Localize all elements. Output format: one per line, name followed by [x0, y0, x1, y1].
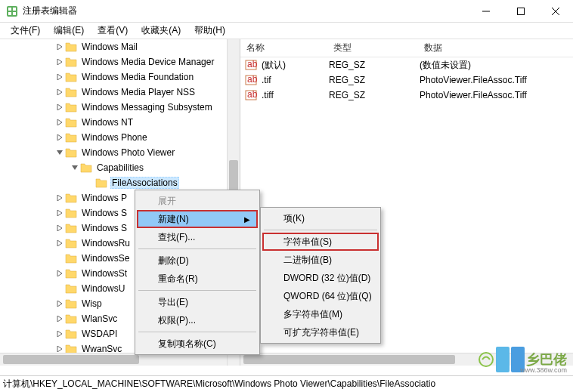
watermark-swirl-icon	[478, 351, 494, 368]
ctx-rename[interactable]: 重命名(R)	[137, 270, 258, 288]
cell-name: .tiff	[260, 90, 327, 100]
tree-item-label: WindowsSe	[80, 252, 131, 264]
folder-icon	[65, 102, 77, 113]
ctx-new-dword[interactable]: DWORD (32 位)值(D)	[262, 269, 379, 287]
window-title: 注册表编辑器	[23, 5, 469, 17]
menu-favorites[interactable]: 收藏夹(A)	[135, 23, 187, 39]
svg-point-15	[479, 353, 493, 366]
tree-item-label: WSDAPI	[80, 328, 119, 340]
menu-help[interactable]: 帮助(H)	[188, 23, 231, 39]
svg-rect-1	[8, 8, 11, 11]
ctx-expand[interactable]: 展开	[137, 192, 258, 210]
ctx-new[interactable]: 新建(N)▶	[137, 210, 258, 228]
tree-item-label: Windows Media Foundation	[80, 71, 195, 83]
ctx-find[interactable]: 查找(F)...	[137, 228, 258, 246]
ctx-new-expandstring[interactable]: 可扩充字符串值(E)	[262, 323, 379, 341]
chevron-icon[interactable]	[54, 238, 65, 248]
tree-item-label: Windows Messaging Subsystem	[80, 101, 214, 113]
chevron-icon[interactable]	[54, 117, 65, 128]
col-header-name[interactable]: 名称	[240, 42, 327, 54]
tree-item-label: Windows Media Player NSS	[80, 86, 197, 98]
chevron-icon[interactable]	[54, 72, 65, 82]
tree-item[interactable]: FileAssociations	[0, 175, 227, 190]
menu-edit[interactable]: 编辑(E)	[48, 23, 90, 39]
col-header-type[interactable]: 类型	[327, 42, 418, 54]
titlebar: 注册表编辑器	[0, 0, 573, 23]
tree-item[interactable]: Windows Media Device Manager	[0, 54, 227, 69]
svg-text:ab: ab	[247, 74, 257, 85]
chevron-icon[interactable]	[54, 132, 65, 143]
tree-item-label: Windows Photo Viewer	[80, 147, 176, 159]
svg-text:ab: ab	[247, 89, 257, 100]
chevron-icon[interactable]	[54, 87, 65, 97]
chevron-icon[interactable]	[85, 177, 95, 188]
chevron-icon[interactable]	[54, 208, 65, 218]
chevron-icon[interactable]	[54, 223, 65, 233]
tree-item-label: Windows P	[80, 192, 129, 204]
chevron-icon[interactable]	[54, 57, 65, 67]
maximize-button[interactable]	[503, 0, 538, 23]
statusbar: 计算机\HKEY_LOCAL_MACHINE\SOFTWARE\Microsof…	[0, 375, 573, 392]
chevron-icon[interactable]	[54, 253, 65, 264]
list-row[interactable]: ab.tiffREG_SZPhotoViewer.FileAssoc.Tiff	[240, 88, 573, 103]
folder-icon	[65, 298, 77, 309]
tree-item[interactable]: Windows Phone	[0, 130, 227, 145]
ctx-new-binary[interactable]: 二进制值(B)	[262, 251, 379, 269]
chevron-icon[interactable]	[54, 102, 65, 113]
folder-icon	[65, 253, 77, 264]
tree-item-label: WindowsRu	[80, 237, 132, 249]
svg-rect-2	[13, 8, 16, 11]
close-button[interactable]	[538, 0, 573, 23]
chevron-icon[interactable]	[54, 268, 65, 279]
list-row[interactable]: ab(默认)REG_SZ(数值未设置)	[240, 57, 573, 73]
ctx-copy-key-name[interactable]: 复制项名称(C)	[137, 335, 258, 353]
ctx-delete[interactable]: 删除(D)	[137, 252, 258, 270]
ctx-new-multistring[interactable]: 多字符串值(M)	[262, 305, 379, 323]
tree-item[interactable]: Windows Mail	[0, 39, 227, 54]
tree-item[interactable]: Windows Media Player NSS	[0, 85, 227, 100]
chevron-icon[interactable]	[54, 283, 65, 294]
folder-icon	[65, 313, 77, 324]
cell-name: .tif	[260, 75, 327, 85]
svg-rect-4	[13, 12, 16, 15]
cell-type: REG_SZ	[327, 75, 418, 85]
ctx-new-key[interactable]: 项(K)	[262, 209, 379, 227]
menu-file[interactable]: 文件(F)	[5, 23, 46, 39]
tree-item-label: FileAssociations	[110, 177, 179, 189]
menu-view[interactable]: 查看(V)	[91, 23, 134, 39]
col-header-data[interactable]: 数据	[418, 42, 573, 54]
string-value-icon: ab	[245, 59, 257, 71]
chevron-icon[interactable]	[54, 42, 65, 52]
folder-icon	[65, 42, 77, 52]
folder-icon	[65, 132, 77, 143]
tree-item[interactable]: Windows NT	[0, 115, 227, 130]
tree-item[interactable]: Windows Photo Viewer	[0, 145, 227, 160]
folder-icon	[80, 162, 92, 173]
chevron-icon[interactable]	[54, 193, 65, 203]
list-row[interactable]: ab.tifREG_SZPhotoViewer.FileAssoc.Tiff	[240, 73, 573, 88]
chevron-icon[interactable]	[54, 313, 65, 324]
chevron-icon[interactable]	[54, 344, 65, 353]
folder-icon	[95, 177, 107, 188]
tree-item-label: Windows Phone	[80, 131, 149, 144]
folder-icon	[65, 329, 77, 339]
watermark-block-icon	[496, 347, 510, 372]
chevron-icon[interactable]	[54, 298, 65, 309]
tree-item[interactable]: Windows Messaging Subsystem	[0, 100, 227, 115]
ctx-new-qword[interactable]: QWORD (64 位)值(Q)	[262, 287, 379, 305]
watermark-url: www.386w.com	[520, 366, 567, 374]
tree-item-label: Windows Media Device Manager	[80, 56, 215, 68]
folder-icon	[65, 147, 77, 158]
ctx-export[interactable]: 导出(E)	[137, 293, 258, 311]
tree-item[interactable]: Windows Media Foundation	[0, 69, 227, 85]
tree-item[interactable]: Capabilities	[0, 160, 227, 175]
ctx-new-string[interactable]: 字符串值(S)	[262, 233, 379, 251]
ctx-permissions[interactable]: 权限(P)...	[137, 311, 258, 329]
chevron-icon[interactable]	[54, 147, 65, 158]
tree-item-label: Capabilities	[95, 162, 145, 174]
minimize-button[interactable]	[469, 0, 503, 23]
chevron-icon[interactable]	[70, 162, 80, 173]
chevron-icon[interactable]	[54, 329, 65, 339]
tree-item-label: Windows Mail	[80, 41, 139, 53]
ctx-separator	[138, 248, 256, 249]
